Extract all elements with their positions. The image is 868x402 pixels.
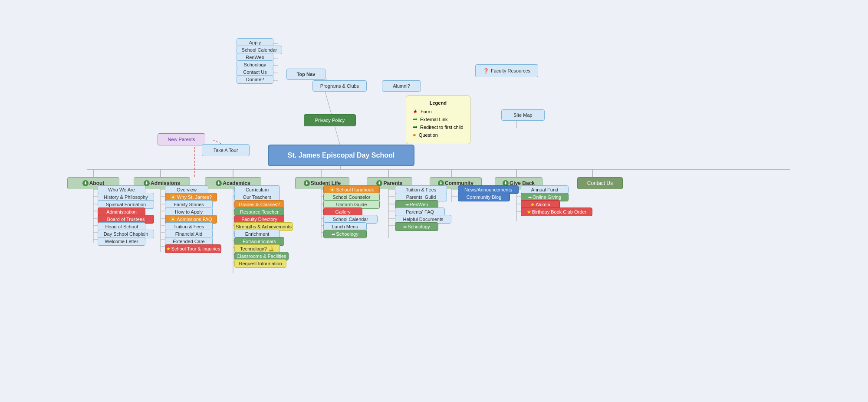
faq-icon: ● bbox=[170, 216, 176, 222]
privacy-policy-node[interactable]: Privacy Policy bbox=[304, 114, 356, 126]
legend-box: Legend ★ Form ➡ External Link ➡ Redirect… bbox=[406, 96, 470, 144]
main-school-node[interactable]: St. James Episcopal Day School bbox=[268, 145, 414, 166]
legend-form: ★ Form bbox=[413, 108, 464, 115]
site-map-node[interactable]: Site Map bbox=[501, 109, 545, 121]
student-life-arrow-icon: ⬇ bbox=[304, 180, 310, 186]
online-giving-arrow-icon: ➡ bbox=[528, 195, 532, 200]
parents-schoology-arrow-icon: ➡ bbox=[403, 224, 407, 229]
gb-birthday[interactable]: ★ Birthday Book Club Order bbox=[521, 208, 592, 216]
legend-title: Legend bbox=[413, 100, 464, 105]
question-icon: ❓ bbox=[483, 68, 489, 74]
legend-redirect-icon: ➡ bbox=[413, 124, 418, 130]
legend-form-icon: ★ bbox=[413, 108, 418, 115]
admissions-school-tour[interactable]: ★ School Tour & Inquiries bbox=[165, 244, 221, 253]
diagram-container: Apply School Calendar RenWeb Schoology C… bbox=[0, 0, 868, 402]
faculty-resources-node[interactable]: ❓ Faculty Resources bbox=[475, 64, 538, 77]
academics-arrow-icon: ⬇ bbox=[216, 180, 222, 186]
sl-schoology[interactable]: ➡ Schoology bbox=[323, 230, 367, 238]
academics-request[interactable]: Request Information bbox=[234, 259, 286, 268]
legend-external: ➡ External Link bbox=[413, 116, 464, 122]
star-icon: ★ bbox=[166, 246, 171, 252]
programs-clubs-node[interactable]: Programs & Clubs bbox=[312, 80, 367, 92]
top-nav-node[interactable]: Top Nav bbox=[286, 69, 326, 80]
handbook-icon: ● bbox=[329, 187, 335, 193]
take-a-tour-node[interactable]: Take A Tour bbox=[202, 144, 250, 156]
birthday-star-icon: ★ bbox=[527, 209, 531, 215]
nav-donate[interactable]: Donate? bbox=[237, 75, 273, 84]
section-contact-us[interactable]: Contact Us bbox=[577, 177, 623, 189]
schoology-arrow-icon: ➡ bbox=[332, 232, 335, 237]
alumni-node[interactable]: Alumni? bbox=[382, 80, 421, 92]
legend-redirect: ➡ Redirect to first child bbox=[413, 124, 464, 130]
why-icon: ● bbox=[170, 194, 176, 200]
about-arrow-icon: ⬇ bbox=[82, 180, 89, 186]
new-parents-node[interactable]: New Parents bbox=[158, 133, 205, 145]
legend-question: ● Question bbox=[413, 132, 464, 138]
alumni-star-icon: ★ bbox=[530, 202, 535, 208]
parents-schoology[interactable]: ➡ Schoology bbox=[395, 222, 438, 231]
community-blog[interactable]: Community Blog bbox=[458, 193, 510, 201]
renweb-arrow-icon: ➡ bbox=[405, 202, 409, 207]
legend-external-icon: ➡ bbox=[413, 116, 418, 122]
legend-question-icon: ● bbox=[413, 132, 416, 138]
about-welcome[interactable]: Welcome Letter bbox=[98, 237, 145, 246]
